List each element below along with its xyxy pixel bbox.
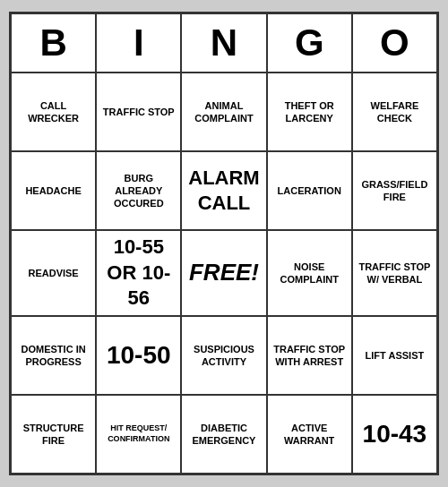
bingo-cell-13: NOISE COMPLAINT [267,230,352,316]
header-letter-N: N [181,13,266,73]
bingo-cell-0: CALL WRECKER [11,73,96,151]
bingo-cell-20: STRUCTURE FIRE [11,395,96,474]
bingo-cell-12: Free! [181,230,266,316]
header-letter-I: I [96,13,181,73]
bingo-header: BINGO [11,13,437,73]
bingo-cell-19: LIFT ASSIST [352,316,437,395]
bingo-cell-15: DOMESTIC IN PROGRESS [11,316,96,395]
bingo-cell-5: HEADACHE [11,151,96,230]
bingo-cell-8: LACERATION [267,151,352,230]
bingo-cell-24: 10-43 [352,395,437,474]
header-letter-G: G [267,13,352,73]
header-letter-O: O [352,13,437,73]
bingo-cell-10: READVISE [11,230,96,316]
bingo-cell-18: TRAFFIC STOP WITH ARREST [267,316,352,395]
bingo-cell-14: TRAFFIC STOP W/ VERBAL [352,230,437,316]
bingo-cell-2: ANIMAL COMPLAINT [181,73,266,151]
bingo-cell-9: GRASS/FIELD FIRE [352,151,437,230]
bingo-card: BINGO CALL WRECKERTRAFFIC STOPANIMAL COM… [9,12,439,475]
bingo-cell-1: TRAFFIC STOP [96,73,181,151]
bingo-cell-23: ACTIVE WARRANT [267,395,352,474]
bingo-cell-7: ALARM CALL [181,151,266,230]
header-letter-B: B [11,13,96,73]
bingo-cell-21: HIT REQUEST/ CONFIRMATION [96,395,181,474]
bingo-cell-6: BURG ALREADY OCCURED [96,151,181,230]
bingo-cell-22: DIABETIC EMERGENCY [181,395,266,474]
bingo-cell-3: THEFT OR LARCENY [267,73,352,151]
bingo-cell-4: WELFARE CHECK [352,73,437,151]
bingo-grid: CALL WRECKERTRAFFIC STOPANIMAL COMPLAINT… [11,73,437,474]
bingo-cell-16: 10-50 [96,316,181,395]
bingo-cell-11: 10-55 OR 10-56 [96,230,181,316]
bingo-cell-17: SUSPICIOUS ACTIVITY [181,316,266,395]
